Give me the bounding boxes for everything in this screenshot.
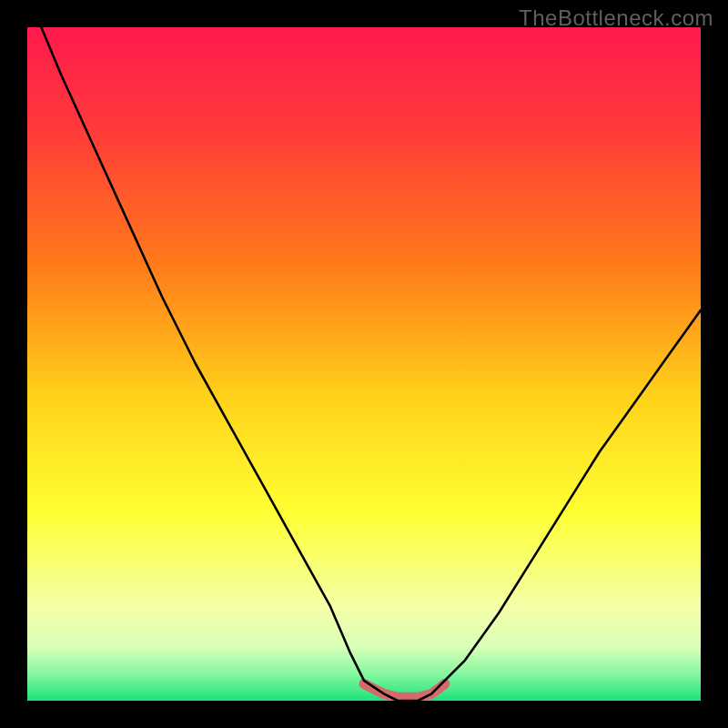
plot-area bbox=[27, 27, 701, 701]
curve-layer bbox=[27, 27, 701, 701]
optimal-band-path bbox=[364, 684, 445, 698]
watermark-text: TheBottleneck.com bbox=[519, 5, 713, 31]
bottleneck-curve-path bbox=[27, 27, 701, 701]
chart-frame: TheBottleneck.com bbox=[0, 0, 728, 728]
